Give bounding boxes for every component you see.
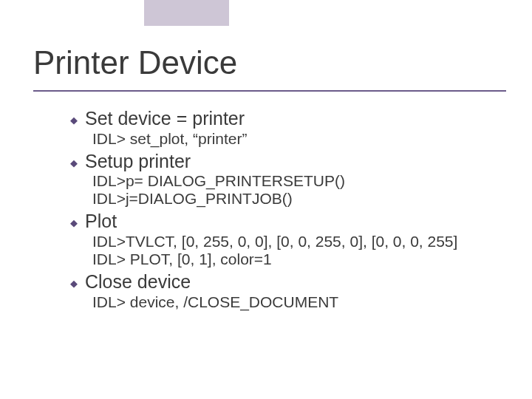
slide-title: Printer Device [33,44,499,92]
diamond-bullet-icon: ◆ [70,278,78,289]
sub-item: IDL> PLOT, [0, 1], color=1 [92,250,499,268]
item-label: Setup printer [85,151,191,173]
list-item: ◆ Setup printer IDL>p= DIALOG_PRINTERSET… [70,151,499,208]
slide-container: Printer Device ◆ Set device = printer ID… [0,0,532,326]
sub-item: IDL>j=DIALOG_PRINTJOB() [92,190,499,208]
top-accent-bar [144,0,229,26]
sub-item: IDL>p= DIALOG_PRINTERSETUP() [92,172,499,190]
sub-item: IDL> set_plot, “printer” [92,130,499,148]
item-label: Set device = printer [85,108,245,130]
diamond-bullet-icon: ◆ [70,157,78,168]
slide-content: ◆ Set device = printer IDL> set_plot, “p… [33,108,499,311]
sub-item: IDL> device, /CLOSE_DOCUMENT [92,293,499,311]
item-label: Close device [85,271,191,293]
item-label: Plot [85,211,117,233]
list-item: ◆ Plot IDL>TVLCT, [0, 255, 0, 0], [0, 0,… [70,211,499,268]
sub-list: IDL>TVLCT, [0, 255, 0, 0], [0, 0, 255, 0… [70,233,499,268]
sub-list: IDL> device, /CLOSE_DOCUMENT [70,293,499,311]
sub-item: IDL>TVLCT, [0, 255, 0, 0], [0, 0, 255, 0… [92,233,499,250]
sub-list: IDL>p= DIALOG_PRINTERSETUP() IDL>j=DIALO… [70,172,499,208]
sub-list: IDL> set_plot, “printer” [70,130,499,148]
list-item: ◆ Close device IDL> device, /CLOSE_DOCUM… [70,271,499,311]
list-item: ◆ Set device = printer IDL> set_plot, “p… [70,108,499,148]
diamond-bullet-icon: ◆ [70,115,78,126]
diamond-bullet-icon: ◆ [70,217,78,228]
